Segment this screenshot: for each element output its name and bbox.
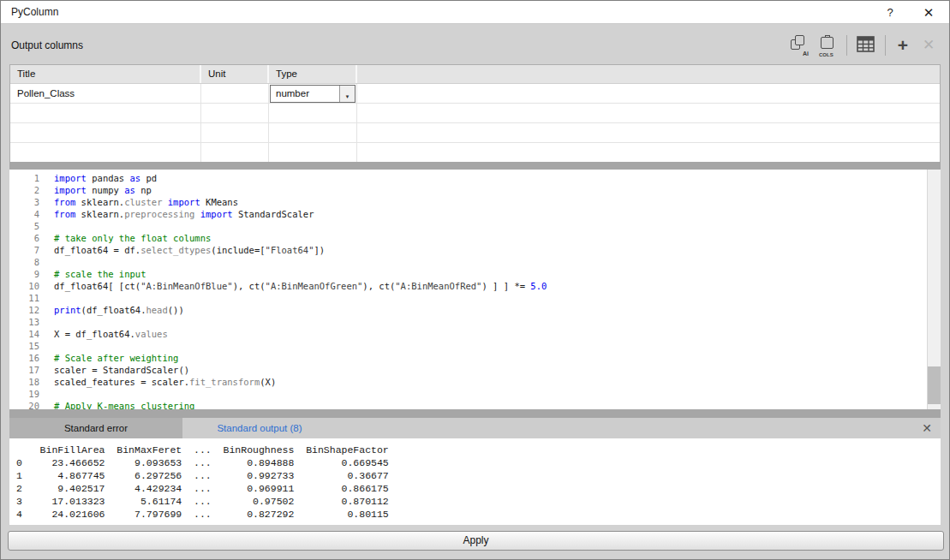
- code-line: 5: [9, 220, 927, 232]
- console-line: 0 23.466652 9.093653 ... 0.894888 0.6695…: [16, 456, 941, 469]
- code-line: 8: [9, 256, 927, 268]
- line-number: 14: [9, 328, 47, 340]
- table-row: [10, 143, 940, 163]
- code-text: [47, 256, 54, 268]
- pycolumn-dialog: PyColumn ? ✕ Output columns Ai COLS: [0, 0, 950, 560]
- cell-unit[interactable]: [201, 123, 269, 142]
- apply-button[interactable]: Apply: [8, 531, 944, 551]
- code-lines: 1import pandas as pd2import numpy as np3…: [9, 172, 927, 409]
- table-row: [10, 104, 940, 123]
- dataframe-head-output: BinFillArea BinMaxFeret ... BinRoughness…: [9, 438, 941, 521]
- clipboard-icon: [821, 37, 833, 49]
- line-number: 8: [9, 256, 47, 268]
- cell-type[interactable]: [269, 123, 357, 142]
- code-line: 20# Apply K-means clustering: [9, 400, 927, 409]
- cell-type[interactable]: [269, 143, 357, 162]
- remove-column-button-disabled: ✕: [920, 34, 937, 57]
- code-line: 11: [9, 292, 927, 304]
- type-combobox[interactable]: number▼: [270, 85, 356, 103]
- ai-label: Ai: [803, 51, 809, 57]
- output-tab-bar: Standard error Standard output (8) ✕: [9, 418, 941, 438]
- code-line: 15: [9, 340, 927, 352]
- line-number: 18: [9, 376, 47, 388]
- cell-title[interactable]: Pollen_Class: [10, 84, 201, 103]
- type-dropdown-button[interactable]: ▼: [339, 86, 355, 102]
- line-number: 2: [9, 184, 47, 196]
- section-title: Output columns: [11, 39, 83, 51]
- cell-unit[interactable]: [201, 104, 269, 122]
- table-body: Pollen_Classnumber▼: [10, 84, 940, 163]
- code-line: 13: [9, 316, 927, 328]
- cell-unit[interactable]: [201, 84, 269, 103]
- code-text: X = df_float64.values: [47, 328, 168, 340]
- console-line: 3 17.013323 5.61174 ... 0.97502 0.870112: [16, 495, 941, 508]
- line-number: 20: [9, 400, 47, 409]
- header-unit[interactable]: Unit: [201, 65, 269, 83]
- editor-scrollbar[interactable]: [927, 170, 941, 409]
- console-line: 1 4.867745 6.297256 ... 0.992733 0.36677: [16, 469, 941, 482]
- cell-filler: [357, 123, 940, 142]
- console-output-panel: BinFillArea BinMaxFeret ... BinRoughness…: [9, 438, 941, 525]
- code-text: [47, 388, 54, 400]
- code-text: import numpy as np: [47, 184, 152, 196]
- toolbar-separator: [846, 35, 847, 56]
- code-text: print(df_float64.head()): [47, 304, 184, 316]
- code-text: # Apply K-means clustering: [47, 400, 194, 409]
- line-number: 3: [9, 196, 47, 208]
- code-line: 2import numpy as np: [9, 184, 927, 196]
- cell-title[interactable]: [10, 104, 201, 122]
- copy-icon: [795, 35, 804, 45]
- code-line: 9# scale the input: [9, 268, 927, 280]
- line-number: 12: [9, 304, 47, 316]
- table-row: [10, 123, 940, 143]
- cell-unit[interactable]: [201, 143, 269, 162]
- cell-filler: [357, 143, 940, 162]
- code-text: scaled_features = scaler.fit_transform(X…: [47, 376, 276, 388]
- line-number: 17: [9, 364, 47, 376]
- paste-columns-icon[interactable]: COLS: [817, 34, 838, 57]
- line-number: 4: [9, 208, 47, 220]
- code-line: 12print(df_float64.head()): [9, 304, 927, 316]
- code-line: 4from sklearn.preprocessing import Stand…: [9, 208, 927, 220]
- console-line: BinFillArea BinMaxFeret ... BinRoughness…: [16, 444, 941, 456]
- tab-standard-output[interactable]: Standard output (8): [182, 418, 337, 438]
- chevron-down-icon: ▼: [345, 94, 350, 99]
- output-columns-table: Title Unit Type Pollen_Classnumber▼: [9, 64, 941, 162]
- code-text: import pandas as pd: [47, 172, 157, 184]
- cell-title[interactable]: [10, 143, 201, 162]
- code-line: 17scaler = StandardScaler(): [9, 364, 927, 376]
- line-number: 1: [9, 172, 47, 184]
- editor-scrollbar-thumb[interactable]: [928, 366, 941, 404]
- tab-standard-error[interactable]: Standard error: [9, 418, 182, 438]
- code-text: scaler = StandardScaler(): [47, 364, 189, 376]
- splitter-handle[interactable]: [9, 409, 941, 418]
- code-line: 3from sklearn.cluster import KMeans: [9, 196, 927, 208]
- line-number: 19: [9, 388, 47, 400]
- code-line: 6# take only the float columns: [9, 232, 927, 244]
- help-button[interactable]: ?: [880, 1, 900, 24]
- splitter-handle[interactable]: [9, 162, 941, 170]
- header-type[interactable]: Type: [269, 65, 357, 83]
- cell-type[interactable]: number▼: [269, 84, 357, 103]
- window-close-button[interactable]: ✕: [916, 1, 941, 24]
- header-title[interactable]: Title: [10, 65, 201, 83]
- line-number: 16: [9, 352, 47, 364]
- add-column-button[interactable]: +: [894, 34, 911, 57]
- cell-title[interactable]: [10, 123, 201, 142]
- line-number: 13: [9, 316, 47, 328]
- cell-filler: [357, 104, 940, 122]
- code-text: [47, 316, 54, 328]
- console-line: 2 9.402517 4.429234 ... 0.969911 0.86617…: [16, 482, 941, 495]
- line-number: 9: [9, 268, 47, 280]
- python-code-editor[interactable]: 1import pandas as pd2import numpy as np3…: [9, 170, 941, 409]
- console-close-icon[interactable]: ✕: [918, 418, 935, 438]
- table-icon[interactable]: [856, 34, 876, 57]
- line-number: 15: [9, 340, 47, 352]
- copy-columns-ai-icon[interactable]: Ai: [788, 34, 809, 57]
- cell-type[interactable]: [269, 104, 357, 122]
- table-grid-icon: [857, 36, 875, 55]
- code-line: 10df_float64[ [ct("A:BinMeanOfBlue"), ct…: [9, 280, 927, 292]
- table-header-row: Title Unit Type: [10, 65, 940, 84]
- code-text: [47, 292, 54, 304]
- toolbar: Ai COLS + ✕: [788, 33, 937, 57]
